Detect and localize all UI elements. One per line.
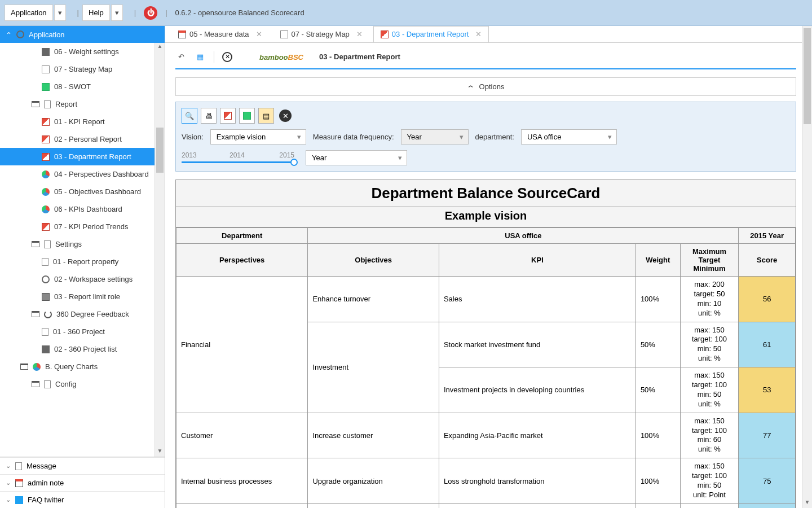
cell-objective: Investment (308, 322, 439, 413)
page-scrollbar[interactable]: ▼ (802, 26, 812, 508)
frequency-select[interactable]: Year (401, 129, 469, 144)
sidebar-item-label: 01 - Report property (53, 257, 118, 266)
chevron-down-icon: ⌄ (6, 479, 11, 487)
accordion-faq-twitter[interactable]: ⌄FAQ twitter (0, 491, 165, 508)
sidebar-item-label: Config (55, 380, 77, 388)
sidebar-item-kpi-period-trends[interactable]: 07 - KPI Period Trends (0, 218, 165, 235)
toolbar-separator: | (77, 8, 79, 17)
cell-perspective: Customer (176, 413, 308, 458)
department-label: department: (475, 133, 514, 141)
grid-icon (42, 48, 50, 56)
sidebar-item-label: 02 - Personal Report (54, 135, 122, 143)
scroll-up-icon[interactable]: ▲ (155, 43, 165, 52)
slider-tick: 2013 (182, 151, 197, 159)
tree-scrollbar[interactable]: ▲ ▼ (155, 43, 165, 457)
sidebar-item-360-project-list[interactable]: 02 - 360 Project list (0, 340, 165, 358)
cell-weight: 100% (636, 413, 680, 458)
accordion-label: FAQ twitter (28, 496, 64, 504)
sidebar-item-swot[interactable]: 08 - SWOT (0, 78, 165, 95)
tab-measure-data[interactable]: 05 - Measure data✕ (171, 26, 270, 42)
cell-kpi: Loss stronghold transformation (439, 458, 636, 504)
scroll-down-icon[interactable]: ▼ (155, 448, 165, 457)
accordion-message[interactable]: ⌄Message (0, 457, 165, 474)
pie-icon (33, 363, 41, 371)
year-select[interactable]: Year (306, 150, 407, 165)
col-weight: Weight (636, 244, 680, 277)
excel-button[interactable] (239, 108, 255, 124)
sidebar-group-settings[interactable]: Settings (0, 235, 165, 253)
sidebar-item-strategy-map[interactable]: 07 - Strategy Map (0, 60, 165, 78)
close-icon[interactable]: ✕ (222, 52, 232, 62)
scroll-down-icon[interactable]: ▼ (802, 499, 812, 508)
brand-logo: bambooBSC (259, 51, 303, 63)
sidebar-item-personal-report[interactable]: 02 - Personal Report (0, 130, 165, 148)
sidebar-item-objectives-dashboard[interactable]: 05 - Objectives Dashboard (0, 183, 165, 200)
sidebar-group-360[interactable]: 360 Degree Feedback (0, 305, 165, 323)
top-toolbar: Application ▾ | Help ▾ | ⏻ | 0.6.2 - ope… (0, 0, 812, 26)
sidebar-item-label: 06 - Weight settings (54, 47, 119, 56)
help-menu-caret[interactable]: ▾ (111, 5, 123, 21)
pie-icon (42, 205, 50, 213)
left-header[interactable]: ⌄ Application (0, 26, 165, 43)
clear-button[interactable]: ✕ (277, 108, 293, 124)
sidebar-item-label: 07 - Strategy Map (54, 65, 112, 73)
sidebar-item-weight-settings[interactable]: 06 - Weight settings (0, 43, 165, 60)
sidebar-item-label: 02 - 360 Project list (54, 345, 117, 353)
select-value: Example vision (217, 133, 266, 141)
doc-icon (44, 240, 51, 248)
version-label: 0.6.2 - opensource Balanced Scorecard (175, 8, 304, 17)
sidebar-item-report-property[interactable]: 01 - Report property (0, 253, 165, 270)
sidebar-group-report[interactable]: Report (0, 95, 165, 113)
csv-button[interactable]: ▤ (258, 108, 274, 124)
vision-select[interactable]: Example vision (210, 129, 306, 144)
print-button[interactable]: 🖶 (201, 108, 217, 124)
col-score: Score (739, 244, 796, 277)
close-icon[interactable]: ✕ (256, 30, 262, 38)
sidebar-item-label: 05 - Objectives Dashboard (54, 187, 141, 196)
sidebar-item-360-project[interactable]: 01 - 360 Project (0, 323, 165, 340)
undo-icon[interactable]: ↶ (175, 51, 187, 63)
table-row: Internal business processesUpgrade organ… (176, 458, 796, 504)
select-value: Year (312, 154, 326, 162)
sidebar-item-perspectives-dashboard[interactable]: 04 - Perspectives Dashboard (0, 165, 165, 183)
tab-strategy-map[interactable]: 07 - Strategy Map✕ (273, 26, 370, 42)
cell-objective: Increase customer (308, 413, 439, 458)
folder-icon (20, 364, 28, 370)
tab-department-report[interactable]: 03 - Department Report✕ (373, 26, 489, 42)
cell-score: 61 (739, 322, 796, 367)
scroll-thumb[interactable] (804, 28, 811, 124)
sidebar-item-kpi-report[interactable]: 01 - KPI Report (0, 113, 165, 130)
sidebar-item-department-report[interactable]: 03 - Department Report (0, 148, 165, 165)
sidebar-item-workspace-settings[interactable]: 02 - Workspace settings (0, 270, 165, 288)
slider-handle[interactable] (290, 159, 298, 166)
sidebar-item-kpis-dashboard[interactable]: 06 - KPIs Dashboard (0, 200, 165, 218)
department-select[interactable]: USA office (521, 129, 617, 144)
report-icon (42, 118, 50, 126)
pdf-icon (224, 112, 232, 120)
sidebar-group-query-charts[interactable]: B. Query Charts (0, 358, 165, 375)
frequency-label: Measure data frequency: (313, 133, 394, 141)
grid-icon[interactable]: ▦ (195, 51, 206, 63)
cell-objective: Enhance turnover (308, 277, 439, 322)
close-icon[interactable]: ✕ (475, 30, 482, 38)
cell-kpi: Expanding Asia-Pacific market (439, 413, 636, 458)
col-office: USA office (308, 228, 739, 244)
power-icon[interactable]: ⏻ (144, 6, 157, 20)
application-menu-button[interactable]: Application (5, 5, 53, 21)
scroll-thumb[interactable] (156, 128, 164, 173)
sidebar-group-config[interactable]: Config (0, 375, 165, 393)
query-button[interactable]: 🔍 (182, 108, 197, 124)
options-toggle[interactable]: Options (175, 77, 796, 96)
close-icon[interactable]: ✕ (356, 30, 363, 38)
report-subtitle: Example vision (176, 207, 796, 227)
accordion-admin-note[interactable]: ⌄admin note (0, 474, 165, 491)
year-slider[interactable]: 2013 2014 2015 (182, 151, 294, 165)
pdf-button[interactable] (220, 108, 236, 124)
application-menu-caret[interactable]: ▾ (54, 5, 66, 21)
cell-weight: 50% (636, 322, 680, 367)
sidebar-item-report-limit-role[interactable]: 03 - Report limit role (0, 288, 165, 305)
col-mtm: MaximumTargetMinimum (680, 244, 739, 277)
toolbar-separator: | (134, 8, 136, 17)
help-menu-button[interactable]: Help (82, 5, 110, 21)
sidebar-item-label: 01 - KPI Report (54, 117, 105, 126)
